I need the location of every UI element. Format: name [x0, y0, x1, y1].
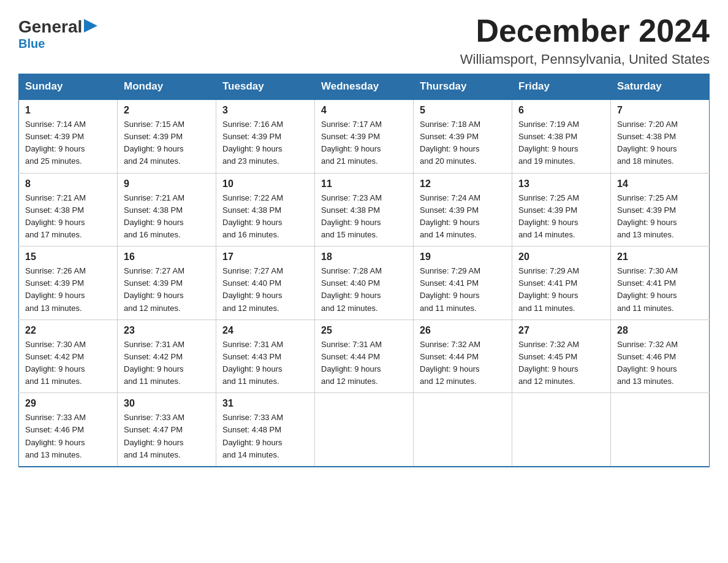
day-info: Sunrise: 7:31 AM Sunset: 4:44 PM Dayligh…: [321, 339, 407, 388]
calendar-day-cell: 12 Sunrise: 7:24 AM Sunset: 4:39 PM Dayl…: [414, 173, 512, 247]
calendar-day-cell: 4 Sunrise: 7:17 AM Sunset: 4:39 PM Dayli…: [315, 99, 414, 173]
calendar-day-cell: 20 Sunrise: 7:29 AM Sunset: 4:41 PM Dayl…: [512, 247, 611, 320]
day-number: 17: [222, 251, 308, 262]
calendar-day-cell: 28 Sunrise: 7:32 AM Sunset: 4:46 PM Dayl…: [611, 320, 710, 393]
calendar-day-cell: 13 Sunrise: 7:25 AM Sunset: 4:39 PM Dayl…: [512, 173, 611, 247]
day-info: Sunrise: 7:28 AM Sunset: 4:40 PM Dayligh…: [321, 265, 407, 315]
day-number: 19: [420, 251, 506, 262]
day-info: Sunrise: 7:29 AM Sunset: 4:41 PM Dayligh…: [420, 265, 506, 315]
day-number: 9: [124, 178, 210, 190]
calendar-week-row: 1 Sunrise: 7:14 AM Sunset: 4:39 PM Dayli…: [19, 99, 710, 173]
day-number: 7: [617, 105, 703, 116]
day-info: Sunrise: 7:23 AM Sunset: 4:38 PM Dayligh…: [321, 192, 407, 242]
day-number: 23: [124, 325, 210, 336]
day-number: 8: [25, 178, 111, 190]
calendar-day-cell: 19 Sunrise: 7:29 AM Sunset: 4:41 PM Dayl…: [414, 247, 512, 320]
calendar-week-row: 15 Sunrise: 7:26 AM Sunset: 4:39 PM Dayl…: [19, 247, 710, 320]
col-header-thursday: Thursday: [414, 74, 512, 100]
logo: General Blue: [18, 18, 97, 51]
day-info: Sunrise: 7:15 AM Sunset: 4:39 PM Dayligh…: [124, 118, 210, 168]
day-info: Sunrise: 7:16 AM Sunset: 4:39 PM Dayligh…: [222, 118, 308, 168]
day-info: Sunrise: 7:27 AM Sunset: 4:39 PM Dayligh…: [124, 265, 210, 315]
day-info: Sunrise: 7:17 AM Sunset: 4:39 PM Dayligh…: [321, 118, 407, 168]
day-number: 28: [617, 325, 703, 336]
svg-marker-0: [84, 19, 97, 33]
calendar-day-cell: 2 Sunrise: 7:15 AM Sunset: 4:39 PM Dayli…: [118, 99, 216, 173]
logo-text-general: General: [18, 18, 82, 36]
calendar-day-cell: 21 Sunrise: 7:30 AM Sunset: 4:41 PM Dayl…: [611, 247, 710, 320]
calendar-day-cell: 26 Sunrise: 7:32 AM Sunset: 4:44 PM Dayl…: [414, 320, 512, 393]
day-number: 5: [420, 105, 506, 116]
day-number: 4: [321, 105, 407, 116]
col-header-wednesday: Wednesday: [315, 74, 414, 100]
day-number: 22: [25, 325, 111, 336]
calendar-day-cell: 25 Sunrise: 7:31 AM Sunset: 4:44 PM Dayl…: [315, 320, 414, 393]
calendar-table: SundayMondayTuesdayWednesdayThursdayFrid…: [18, 74, 710, 467]
calendar-day-cell: [512, 393, 611, 467]
day-info: Sunrise: 7:20 AM Sunset: 4:38 PM Dayligh…: [617, 118, 703, 168]
day-info: Sunrise: 7:32 AM Sunset: 4:45 PM Dayligh…: [518, 339, 604, 388]
calendar-day-cell: 6 Sunrise: 7:19 AM Sunset: 4:38 PM Dayli…: [512, 99, 611, 173]
day-info: Sunrise: 7:32 AM Sunset: 4:46 PM Dayligh…: [617, 339, 703, 388]
day-info: Sunrise: 7:29 AM Sunset: 4:41 PM Dayligh…: [518, 265, 604, 315]
day-info: Sunrise: 7:25 AM Sunset: 4:39 PM Dayligh…: [617, 192, 703, 242]
calendar-day-cell: 29 Sunrise: 7:33 AM Sunset: 4:46 PM Dayl…: [19, 393, 118, 467]
day-number: 31: [222, 398, 308, 409]
title-block: December 2024 Williamsport, Pennsylvania…: [460, 12, 710, 67]
day-info: Sunrise: 7:18 AM Sunset: 4:39 PM Dayligh…: [420, 118, 506, 168]
day-number: 15: [25, 251, 111, 262]
calendar-day-cell: 8 Sunrise: 7:21 AM Sunset: 4:38 PM Dayli…: [19, 173, 118, 247]
calendar-day-cell: 31 Sunrise: 7:33 AM Sunset: 4:48 PM Dayl…: [216, 393, 315, 467]
day-info: Sunrise: 7:33 AM Sunset: 4:46 PM Dayligh…: [25, 412, 111, 461]
calendar-day-cell: [414, 393, 512, 467]
col-header-sunday: Sunday: [19, 74, 118, 100]
calendar-day-cell: 18 Sunrise: 7:28 AM Sunset: 4:40 PM Dayl…: [315, 247, 414, 320]
day-info: Sunrise: 7:31 AM Sunset: 4:43 PM Dayligh…: [222, 339, 308, 388]
calendar-day-cell: 15 Sunrise: 7:26 AM Sunset: 4:39 PM Dayl…: [19, 247, 118, 320]
day-number: 6: [518, 105, 604, 116]
calendar-day-cell: 27 Sunrise: 7:32 AM Sunset: 4:45 PM Dayl…: [512, 320, 611, 393]
col-header-saturday: Saturday: [611, 74, 710, 100]
day-info: Sunrise: 7:33 AM Sunset: 4:48 PM Dayligh…: [222, 412, 308, 461]
calendar-day-cell: 23 Sunrise: 7:31 AM Sunset: 4:42 PM Dayl…: [118, 320, 216, 393]
page-header: General Blue December 2024 Williamsport,…: [18, 12, 710, 67]
calendar-day-cell: [315, 393, 414, 467]
col-header-tuesday: Tuesday: [216, 74, 315, 100]
calendar-header-row: SundayMondayTuesdayWednesdayThursdayFrid…: [19, 74, 710, 100]
calendar-day-cell: 14 Sunrise: 7:25 AM Sunset: 4:39 PM Dayl…: [611, 173, 710, 247]
day-info: Sunrise: 7:32 AM Sunset: 4:44 PM Dayligh…: [420, 339, 506, 388]
calendar-week-row: 8 Sunrise: 7:21 AM Sunset: 4:38 PM Dayli…: [19, 173, 710, 247]
logo-triangle-icon: [84, 19, 97, 33]
calendar-day-cell: 9 Sunrise: 7:21 AM Sunset: 4:38 PM Dayli…: [118, 173, 216, 247]
day-number: 1: [25, 105, 111, 116]
day-number: 2: [124, 105, 210, 116]
day-number: 16: [124, 251, 210, 262]
calendar-day-cell: 3 Sunrise: 7:16 AM Sunset: 4:39 PM Dayli…: [216, 99, 315, 173]
day-number: 26: [420, 325, 506, 336]
day-info: Sunrise: 7:33 AM Sunset: 4:47 PM Dayligh…: [124, 412, 210, 461]
day-info: Sunrise: 7:21 AM Sunset: 4:38 PM Dayligh…: [124, 192, 210, 242]
col-header-friday: Friday: [512, 74, 611, 100]
calendar-day-cell: [611, 393, 710, 467]
calendar-day-cell: 1 Sunrise: 7:14 AM Sunset: 4:39 PM Dayli…: [19, 99, 118, 173]
day-info: Sunrise: 7:30 AM Sunset: 4:41 PM Dayligh…: [617, 265, 703, 315]
day-number: 10: [222, 178, 308, 190]
day-info: Sunrise: 7:14 AM Sunset: 4:39 PM Dayligh…: [25, 118, 111, 168]
day-info: Sunrise: 7:25 AM Sunset: 4:39 PM Dayligh…: [518, 192, 604, 242]
day-number: 21: [617, 251, 703, 262]
day-number: 3: [222, 105, 308, 116]
day-number: 12: [420, 178, 506, 190]
calendar-day-cell: 16 Sunrise: 7:27 AM Sunset: 4:39 PM Dayl…: [118, 247, 216, 320]
calendar-day-cell: 11 Sunrise: 7:23 AM Sunset: 4:38 PM Dayl…: [315, 173, 414, 247]
col-header-monday: Monday: [118, 74, 216, 100]
day-info: Sunrise: 7:19 AM Sunset: 4:38 PM Dayligh…: [518, 118, 604, 168]
day-info: Sunrise: 7:24 AM Sunset: 4:39 PM Dayligh…: [420, 192, 506, 242]
day-info: Sunrise: 7:31 AM Sunset: 4:42 PM Dayligh…: [124, 339, 210, 388]
day-number: 14: [617, 178, 703, 190]
day-number: 20: [518, 251, 604, 262]
day-number: 27: [518, 325, 604, 336]
day-number: 11: [321, 178, 407, 190]
calendar-day-cell: 5 Sunrise: 7:18 AM Sunset: 4:39 PM Dayli…: [414, 99, 512, 173]
day-number: 13: [518, 178, 604, 190]
calendar-day-cell: 22 Sunrise: 7:30 AM Sunset: 4:42 PM Dayl…: [19, 320, 118, 393]
